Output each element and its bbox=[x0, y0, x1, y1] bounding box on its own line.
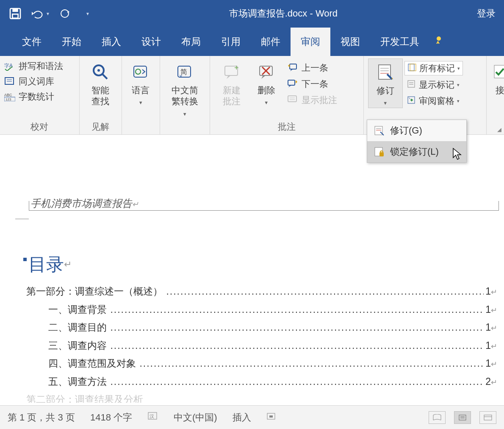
group-label-proofing: 校对 bbox=[4, 120, 75, 134]
chinese-conversion-button[interactable]: 简 中文简繁转换 ▼ bbox=[164, 58, 205, 118]
status-macro-icon[interactable] bbox=[266, 412, 277, 423]
dropdown-item-track[interactable]: 修订(G) bbox=[367, 120, 466, 141]
delete-comment-button[interactable]: 删除▼ bbox=[249, 58, 284, 107]
group-proofing: 字A 拼写和语法 同义词库 ABC123 字数统计 校对 bbox=[0, 56, 80, 134]
delete-comment-icon bbox=[256, 62, 277, 82]
chinese-conversion-icon: 简 bbox=[174, 62, 195, 82]
new-comment-label: 新建批注 bbox=[219, 85, 245, 107]
tab-developer[interactable]: 开发工具 bbox=[370, 28, 429, 56]
next-comment-button[interactable]: 下一条 bbox=[287, 78, 337, 90]
language-icon bbox=[130, 62, 151, 82]
show-markup-icon bbox=[407, 80, 416, 90]
redo-button[interactable] bbox=[58, 8, 71, 19]
dropdown-lock-label: 锁定修订(L) bbox=[390, 145, 439, 158]
qat-customize-icon[interactable]: ▼ bbox=[86, 11, 90, 16]
svg-text:简: 简 bbox=[180, 68, 187, 75]
status-words[interactable]: 1418 个字 bbox=[90, 411, 132, 424]
chevron-down-icon: ▾ bbox=[457, 66, 460, 71]
svg-rect-1 bbox=[12, 8, 18, 12]
track-icon bbox=[373, 125, 385, 136]
undo-dropdown-icon[interactable]: ▼ bbox=[46, 11, 50, 16]
tab-review[interactable]: 审阅 bbox=[291, 28, 330, 56]
show-comments-button: 显示批注 bbox=[287, 94, 337, 106]
toc-row[interactable]: 五、调查方法 .................................… bbox=[26, 373, 497, 391]
delete-comment-label: 删除 bbox=[258, 85, 275, 95]
svg-point-3 bbox=[61, 10, 69, 17]
document-area[interactable]: 手机消费市场调查报告↵ 目录↵ 第一部分：调查综述一（概述） .........… bbox=[0, 136, 504, 403]
cursor-icon bbox=[452, 148, 462, 162]
view-web-layout[interactable] bbox=[479, 411, 496, 424]
toc-row[interactable]: 第二部分：调查结果及分析 bbox=[26, 390, 497, 403]
tab-view[interactable]: 视图 bbox=[330, 28, 370, 56]
language-button[interactable]: 语言▼ bbox=[126, 58, 155, 107]
titlebar: ▼ ▼ 市场调查报告.docx - Word 登录 bbox=[0, 0, 504, 27]
accept-button[interactable]: 接 bbox=[491, 58, 504, 96]
svg-point-4 bbox=[437, 36, 441, 41]
svg-line-13 bbox=[102, 74, 107, 79]
smart-lookup-button[interactable]: 智能查找 bbox=[84, 58, 117, 107]
display-review-icon bbox=[407, 63, 417, 74]
toc-row[interactable]: 第一部分：调查综述一（概述） .........................… bbox=[26, 282, 497, 301]
group-comments: + 新建批注 删除▼ 上一条 下一条 显示批注 bbox=[210, 56, 364, 134]
show-comments-label: 显示批注 bbox=[302, 94, 337, 106]
tab-insert[interactable]: 插入 bbox=[91, 28, 131, 56]
tab-design[interactable]: 设计 bbox=[131, 28, 171, 56]
prev-comment-label: 上一条 bbox=[302, 62, 328, 74]
login-link[interactable]: 登录 bbox=[477, 7, 496, 20]
new-comment-icon: + bbox=[222, 62, 242, 82]
status-page[interactable]: 第 1 页，共 3 页 bbox=[8, 411, 75, 424]
svg-rect-52 bbox=[484, 415, 492, 420]
tab-home[interactable]: 开始 bbox=[52, 28, 91, 56]
svg-rect-26 bbox=[288, 96, 296, 102]
group-label-comments: 批注 bbox=[214, 120, 359, 134]
tab-mailings[interactable]: 邮件 bbox=[251, 28, 291, 56]
chevron-down-icon: ▾ bbox=[457, 98, 460, 104]
toc: 第一部分：调查综述一（概述） .........................… bbox=[26, 282, 497, 403]
svg-rect-35 bbox=[408, 81, 415, 87]
smart-lookup-icon bbox=[90, 62, 111, 82]
group-changes: 接 bbox=[486, 56, 504, 134]
new-comment-button: + 新建批注 bbox=[214, 58, 249, 107]
tab-layout[interactable]: 布局 bbox=[171, 28, 211, 56]
svg-text:123: 123 bbox=[6, 98, 11, 101]
wordcount-label: 字数统计 bbox=[19, 91, 54, 103]
display-for-review-dropdown[interactable]: 所有标记 ▾ bbox=[404, 61, 463, 75]
view-read-mode[interactable] bbox=[429, 411, 446, 424]
accept-icon bbox=[493, 62, 504, 82]
spelling-button[interactable]: 字A 拼写和语法 bbox=[4, 60, 63, 72]
dialog-launcher-icon[interactable]: ◢ bbox=[497, 126, 501, 133]
spelling-label: 拼写和语法 bbox=[19, 60, 63, 72]
status-lang[interactable]: 中文(中国) bbox=[174, 411, 217, 424]
tab-file[interactable]: 文件 bbox=[12, 28, 52, 56]
next-comment-label: 下一条 bbox=[302, 78, 328, 90]
svg-rect-29 bbox=[379, 65, 390, 79]
toc-row[interactable]: 三、调查内容 .................................… bbox=[26, 337, 497, 355]
accept-label: 接 bbox=[496, 85, 504, 96]
toc-row[interactable]: 一、调查背景 .................................… bbox=[26, 301, 497, 319]
prev-comment-icon bbox=[287, 62, 298, 74]
show-markup-dropdown[interactable]: 显示标记 ▾ bbox=[404, 78, 463, 92]
track-changes-label: 修订 bbox=[377, 86, 394, 95]
lock-icon bbox=[373, 146, 385, 158]
svg-rect-39 bbox=[494, 65, 504, 78]
wordcount-button[interactable]: ABC123 字数统计 bbox=[4, 91, 63, 103]
view-print-layout[interactable] bbox=[454, 411, 471, 424]
status-mode[interactable]: 插入 bbox=[233, 411, 251, 424]
status-lang-icon[interactable]: 汉 bbox=[147, 412, 158, 423]
spelling-icon: 字A bbox=[4, 61, 15, 71]
tell-me-icon[interactable] bbox=[429, 28, 450, 56]
toc-row[interactable]: 二、调查目的 .................................… bbox=[26, 318, 497, 337]
dropdown-item-lock[interactable]: 锁定修订(L) bbox=[367, 141, 466, 162]
thesaurus-button[interactable]: 同义词库 bbox=[4, 75, 63, 87]
show-comments-icon bbox=[287, 95, 298, 106]
prev-comment-button[interactable]: 上一条 bbox=[287, 62, 337, 74]
statusbar: 第 1 页，共 3 页 1418 个字 汉 中文(中国) 插入 bbox=[0, 405, 504, 429]
svg-text:ABC: ABC bbox=[4, 93, 12, 97]
track-changes-button[interactable]: 修订▼ bbox=[368, 58, 403, 108]
reviewing-pane-dropdown[interactable]: 审阅窗格 ▾ bbox=[404, 94, 463, 108]
save-icon[interactable] bbox=[8, 7, 22, 20]
undo-button[interactable]: ▼ bbox=[30, 8, 50, 19]
svg-rect-2 bbox=[12, 14, 18, 18]
tab-references[interactable]: 引用 bbox=[211, 28, 251, 56]
toc-row[interactable]: 四、调查范围及对象 ..............................… bbox=[26, 354, 497, 373]
